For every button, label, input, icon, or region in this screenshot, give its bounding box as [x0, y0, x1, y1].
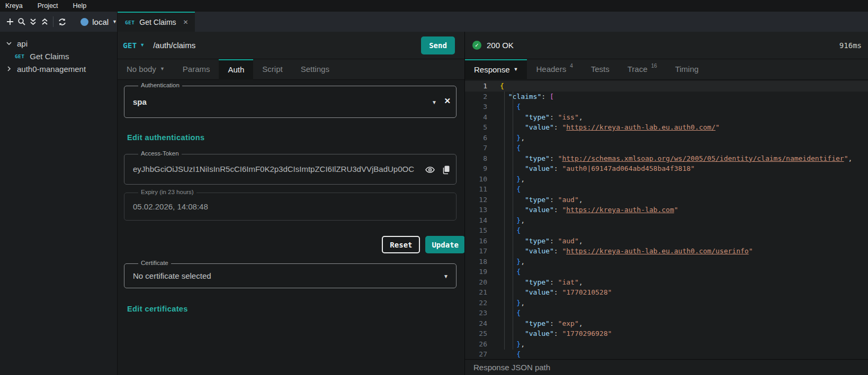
- method-dropdown[interactable]: GET: [123, 41, 137, 50]
- access-token-field[interactable]: Access-Token eyJhbGciOiJSUzI1NiIsInR5cCI…: [124, 154, 457, 185]
- search-icon[interactable]: [16, 15, 28, 29]
- code-line-14: 14 },: [465, 215, 868, 226]
- sidebar-item-auth0-management[interactable]: auth0-management: [0, 62, 117, 75]
- tab-tests[interactable]: Tests: [582, 59, 619, 80]
- tab-no-body[interactable]: No body▼: [118, 59, 174, 80]
- code-line-27: 27 {: [465, 349, 868, 359]
- line-number: 20: [465, 277, 487, 288]
- code-line-11: 11 {: [465, 184, 868, 195]
- tab-script[interactable]: Script: [253, 59, 291, 80]
- tab-auth[interactable]: Auth: [219, 59, 253, 80]
- line-number: 25: [465, 328, 487, 339]
- chevron-down-icon: ▼: [112, 20, 117, 24]
- edit-certificates-link[interactable]: Edit certificates: [127, 305, 188, 313]
- code-line-10: 10 },: [465, 174, 868, 185]
- url-input[interactable]: /auth/claims: [153, 41, 421, 50]
- code-line-26: 26 },: [465, 339, 868, 350]
- expand-all-icon[interactable]: [28, 15, 39, 29]
- code-line-21: 21 "value": "1770210528": [465, 287, 868, 298]
- line-number: 22: [465, 298, 487, 308]
- code-line-23: 23 {: [465, 308, 868, 318]
- request-panel: GET ▼ /auth/claims Send No body▼ParamsAu…: [118, 32, 465, 375]
- response-json-path-input[interactable]: [465, 363, 868, 372]
- code-line-1: 1{: [465, 81, 868, 92]
- refresh-icon[interactable]: [56, 15, 68, 29]
- toolbar-separator: [53, 16, 53, 27]
- code-line-9: 9 "value": "auth0|69147ad064abd458ba4f38…: [465, 163, 868, 174]
- tab-trace[interactable]: Trace16: [619, 59, 666, 80]
- response-panel: ✓ 200 OK 916ms Response▼Headers4TestsTra…: [465, 32, 868, 375]
- expiry-label: Expiry (in 23 hours): [138, 189, 196, 195]
- tab-headers[interactable]: Headers4: [527, 59, 581, 80]
- line-number: 9: [465, 163, 487, 174]
- toggle-visibility-icon[interactable]: [423, 163, 437, 177]
- line-number: 23: [465, 308, 487, 318]
- line-number: 11: [465, 184, 487, 195]
- collapse-all-icon[interactable]: [39, 15, 51, 29]
- chevron-down-icon[interactable]: ▼: [140, 43, 145, 48]
- chevron-down-icon: [5, 41, 13, 46]
- send-button[interactable]: Send: [421, 36, 455, 54]
- menu-project[interactable]: Project: [30, 0, 66, 12]
- chevron-right-icon: [5, 66, 13, 71]
- update-button[interactable]: Update: [425, 236, 464, 253]
- line-number: 2: [465, 92, 487, 102]
- code-line-15: 15 {: [465, 225, 868, 236]
- line-number: 17: [465, 246, 487, 257]
- line-number: 24: [465, 318, 487, 329]
- reset-button[interactable]: Reset: [382, 236, 420, 253]
- close-icon[interactable]: ✕: [183, 19, 189, 26]
- authentication-select[interactable]: Authentication spa ▼ ✕: [124, 86, 457, 118]
- response-tabs: Response▼Headers4TestsTrace16Timing: [465, 59, 868, 80]
- sidebar: api GET Get Claims auth0-management: [0, 32, 118, 375]
- code-line-8: 8 "type": "http://schemas.xmlsoap.org/ws…: [465, 153, 868, 164]
- add-icon[interactable]: [4, 15, 16, 29]
- environment-selector[interactable]: local ▼: [80, 17, 117, 26]
- form-buttons: Reset Update: [124, 236, 464, 253]
- code-line-6: 6 },: [465, 133, 868, 143]
- file-tab-strip: GET Get Claims ✕: [118, 12, 868, 32]
- sidebar-item-get-claims[interactable]: GET Get Claims: [0, 50, 117, 62]
- tab-count-badge: 16: [651, 63, 657, 69]
- expiry-value: 05.02.2026, 14:08:48: [124, 193, 456, 220]
- workspace: api GET Get Claims auth0-management GET …: [0, 32, 868, 375]
- line-number: 3: [465, 102, 487, 112]
- line-number: 12: [465, 195, 487, 205]
- code-line-25: 25 "value": "1770296928": [465, 328, 868, 339]
- access-token-label: Access-Token: [138, 150, 182, 157]
- menu-bar: Kreya Project Help: [0, 0, 868, 12]
- edit-authentications-link[interactable]: Edit authentications: [127, 133, 205, 142]
- response-status-bar: ✓ 200 OK 916ms: [465, 32, 868, 59]
- code-line-7: 7 {: [465, 143, 868, 153]
- code-line-5: 5 "value": "https://kreya-auth-lab.eu.au…: [465, 122, 868, 133]
- tab-settings[interactable]: Settings: [292, 59, 338, 80]
- tab-get-claims[interactable]: GET Get Claims ✕: [118, 12, 195, 32]
- copy-icon[interactable]: [439, 163, 453, 177]
- tab-params[interactable]: Params: [174, 59, 219, 80]
- code-line-2: 2 "claims": [: [465, 92, 868, 102]
- kreya-app: Kreya Project Help local: [0, 0, 868, 375]
- chevron-down-icon[interactable]: ▼: [432, 100, 437, 105]
- environment-name: local: [92, 17, 109, 26]
- line-number: 19: [465, 267, 487, 277]
- authentication-value: spa: [124, 86, 456, 117]
- code-line-20: 20 "type": "iat",: [465, 277, 868, 288]
- certificate-label: Certificate: [138, 260, 171, 266]
- sidebar-item-api[interactable]: api: [0, 37, 117, 50]
- tab-response[interactable]: Response▼: [465, 59, 527, 80]
- chevron-down-icon[interactable]: ▼: [443, 274, 449, 279]
- certificate-select[interactable]: Certificate No certificate selected ▼: [124, 263, 457, 288]
- access-token-value: eyJhbGciOiJSUzI1NiIsInR5cCI6ImF0K2p3dCIs…: [124, 154, 456, 184]
- tab-timing[interactable]: Timing: [666, 59, 708, 80]
- response-json-editor[interactable]: 1{2 "claims": [3 {4 "type": "iss",5 "val…: [465, 80, 868, 359]
- line-number: 7: [465, 143, 487, 153]
- menu-help[interactable]: Help: [66, 0, 94, 12]
- menu-kreya[interactable]: Kreya: [0, 0, 30, 12]
- success-check-icon: ✓: [472, 41, 481, 50]
- line-number: 18: [465, 257, 487, 267]
- method-badge: GET: [15, 53, 24, 59]
- indent-guide: [513, 92, 513, 350]
- json-path-bar: [465, 359, 868, 375]
- clear-authentication-icon[interactable]: ✕: [444, 96, 451, 106]
- chevron-down-icon: ▼: [160, 59, 165, 79]
